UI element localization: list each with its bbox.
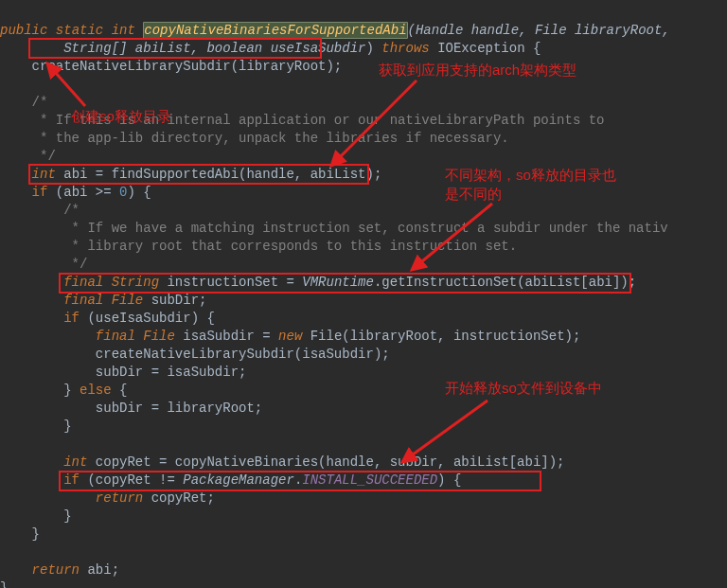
kw-return: return (32, 562, 80, 578)
type-string: String (112, 275, 159, 290)
comment: /* (32, 95, 48, 110)
comment: */ (63, 257, 87, 272)
comment: */ (32, 149, 56, 164)
kw-public: public (0, 23, 47, 38)
assign-subDir: subDir = isaSubdir; (96, 365, 247, 380)
cls-vmruntime: VMRuntime (302, 275, 374, 290)
if-isa: (useIsaSubdir) { (80, 311, 215, 326)
call-createSubdir: createNativeLibrarySubdir(libraryRoot); (32, 59, 343, 74)
type-int: int (112, 23, 135, 38)
comment: * library root that corresponds to this … (63, 239, 517, 254)
type-file: File (143, 329, 175, 344)
const-install: INSTALL_SUCCEEDED (302, 472, 437, 488)
type-int: int (32, 167, 56, 182)
if-abi: (abi >= 0) { (47, 185, 151, 200)
code-block: public static int copyNativeBinariesForS… (0, 4, 670, 588)
kw-final: final (63, 275, 103, 290)
sig: (Handle handle, File libraryRoot, (408, 23, 670, 38)
comment: /* (63, 203, 80, 218)
kw-new: new (278, 329, 302, 344)
annotation-diff-arch-1: 不同架构，so释放的目录也 (445, 166, 616, 184)
comment: * the app-lib directory, unpack the libr… (32, 131, 509, 146)
cls-packagemanager: PackageManager (183, 472, 294, 488)
cls-ioexception: IOException (437, 41, 524, 56)
fn-name: copyNativeBinariesForSupportedAbi (143, 22, 407, 39)
kw-final: final (63, 293, 103, 308)
call-createSubdir2: createNativeLibrarySubdir(isaSubdir); (96, 347, 390, 362)
annotation-create-dir: 创建so释放目录 (71, 107, 171, 125)
kw-throws: throws (381, 41, 429, 56)
annotation-arch: 获取到应用支持的arch架构类型 (379, 61, 576, 79)
comment: * If we have a matching instruction set,… (63, 221, 668, 236)
annotation-diff-arch-2: 是不同的 (445, 185, 502, 203)
kw-final: final (96, 329, 135, 344)
if-copyRet: (copyRet != (80, 472, 183, 488)
assign-subDir2: subDir = libraryRoot; (96, 401, 262, 416)
kw-static: static (56, 23, 103, 38)
type-file: File (112, 293, 144, 308)
type-int: int (63, 454, 87, 470)
annotation-copy-so: 开始释放so文件到设备中 (445, 379, 602, 397)
kw-return: return (96, 490, 143, 506)
sig2: String[] abiList (63, 41, 190, 56)
kw-else: else (80, 383, 112, 398)
